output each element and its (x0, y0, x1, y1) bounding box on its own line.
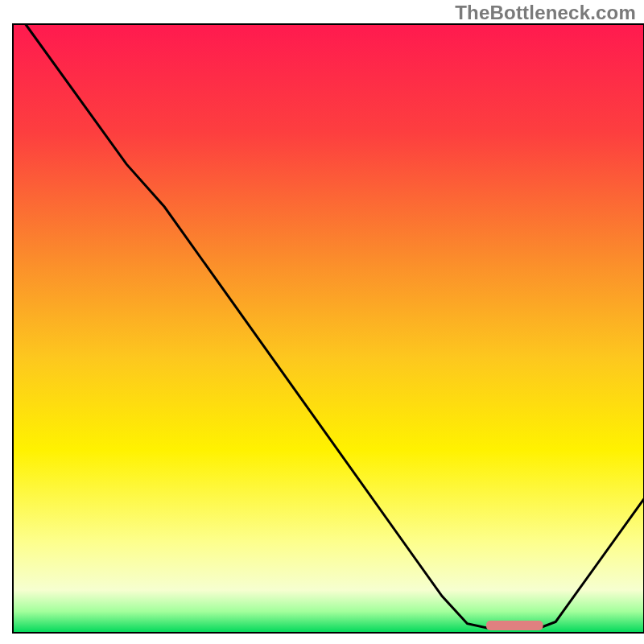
bottleneck-plot (0, 0, 644, 644)
optimal-zone-marker (486, 621, 543, 630)
plot-background (13, 24, 644, 633)
watermark-label: TheBottleneck.com (455, 2, 636, 24)
chart-container: TheBottleneck.com (0, 0, 644, 644)
